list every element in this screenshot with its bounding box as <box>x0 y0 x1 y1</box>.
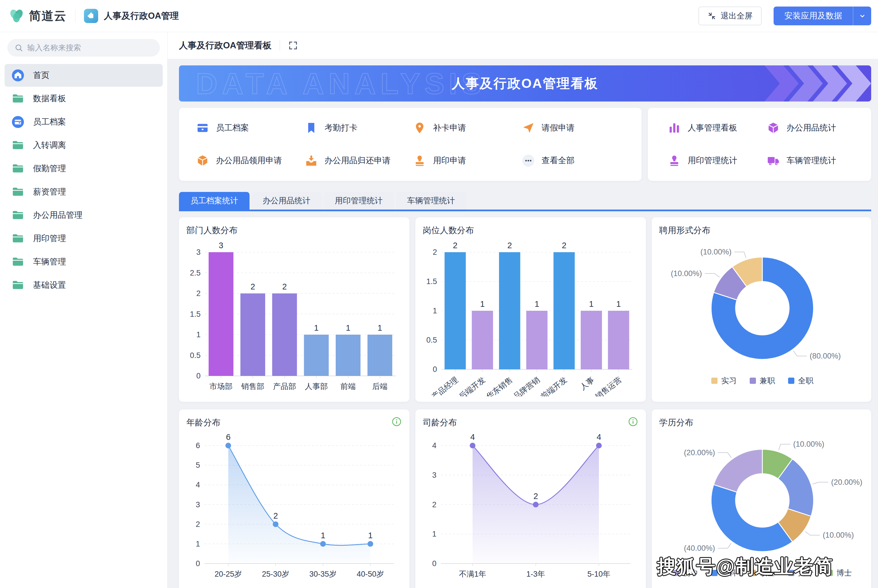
sidebar-item[interactable]: 办公用品管理 <box>5 204 163 226</box>
sidebar-search[interactable] <box>8 39 160 57</box>
fullscreen-expand-button[interactable] <box>288 40 298 51</box>
sidebar-item[interactable]: 基础设置 <box>5 274 163 297</box>
exit-fullscreen-label: 退出全屏 <box>721 10 753 21</box>
sidebar-item-label: 薪资管理 <box>33 186 66 198</box>
tab[interactable]: 车辆管理统计 <box>396 192 466 210</box>
legend-swatch <box>788 570 794 576</box>
clover-logo-icon <box>9 8 24 24</box>
info-icon[interactable] <box>392 417 401 428</box>
quick-link[interactable]: 用印申请 <box>413 154 522 167</box>
svg-text:品牌营销: 品牌营销 <box>512 375 541 396</box>
chart-card: 司龄分布 01234不满1年41-3年25-10年4 <box>415 410 646 588</box>
svg-text:3: 3 <box>196 248 201 256</box>
quick-link[interactable]: 办公用品归还申请 <box>305 154 413 167</box>
app-title: 人事及行政OA管理 <box>104 10 179 22</box>
exit-fullscreen-button[interactable]: 退出全屏 <box>699 6 762 25</box>
chart-title: 学历分布 <box>659 417 866 429</box>
svg-text:(20.00%): (20.00%) <box>684 448 715 457</box>
sidebar-item[interactable]: 入转调离 <box>5 134 163 157</box>
chart-card: 年龄分布 012345620-25岁625-30岁230-35岁140-50岁1 <box>179 410 409 588</box>
svg-text:6: 6 <box>196 441 200 450</box>
legend-item[interactable]: 兼职 <box>750 376 775 386</box>
svg-text:1: 1 <box>314 323 319 332</box>
legend-item[interactable]: 全职 <box>788 376 813 386</box>
sidebar-item[interactable]: 数据看板 <box>5 87 163 110</box>
legend-item[interactable]: 本科 <box>711 568 737 578</box>
tab[interactable]: 办公用品统计 <box>251 192 322 210</box>
tab[interactable]: 员工档案统计 <box>179 192 250 210</box>
quick-link[interactable]: 请假申请 <box>522 122 630 135</box>
brand-name: 简道云 <box>29 8 66 24</box>
svg-text:1: 1 <box>432 530 436 538</box>
svg-text:1: 1 <box>616 299 621 309</box>
quick-link[interactable]: 考勤打卡 <box>305 122 413 135</box>
box-icon <box>196 154 209 167</box>
svg-text:5: 5 <box>196 461 200 470</box>
tabs-underline <box>179 210 871 211</box>
sidebar-item-label: 首页 <box>33 70 50 81</box>
legend-item[interactable]: 实习 <box>711 376 737 386</box>
svg-text:1: 1 <box>377 323 382 332</box>
home-icon <box>11 69 24 82</box>
info-icon[interactable] <box>628 417 638 428</box>
legend-item[interactable]: 大专 <box>788 568 813 578</box>
stat-link[interactable]: 办公用品统计 <box>767 122 866 135</box>
quick-link-label: 用印申请 <box>433 155 466 166</box>
svg-text:20-25岁: 20-25岁 <box>215 570 242 578</box>
svg-text:1: 1 <box>368 531 373 540</box>
quick-link[interactable]: 查看全部 <box>522 154 630 167</box>
install-app-label: 安装应用及数据 <box>774 6 853 25</box>
bar-chart-svg: 00.511.522产品经理1后端开发2华东销售1品牌营销2前端开发1人事1销售… <box>423 238 640 396</box>
chart-title: 聘用形式分布 <box>659 225 866 236</box>
inbox-icon <box>305 154 318 167</box>
sidebar-item[interactable]: 用印管理 <box>5 227 163 250</box>
svg-text:人事: 人事 <box>579 375 596 392</box>
svg-text:1.5: 1.5 <box>426 277 437 286</box>
stat-links-card: 人事管理看板 办公用品统计 用印管理统计 车辆管理统计 <box>648 108 871 181</box>
sidebar-item[interactable]: 车辆管理 <box>5 250 163 273</box>
brand-logo[interactable]: 简道云 <box>9 8 66 24</box>
more-icon <box>522 154 535 167</box>
svg-text:(10.00%): (10.00%) <box>671 269 702 278</box>
stat-link[interactable]: 人事管理看板 <box>668 122 767 135</box>
bar-chart-svg: 00.511.522.533市场部2销售部2产品部1人事部1前端1后端 <box>186 238 404 396</box>
stat-tabs: 员工档案统计办公用品统计用印管理统计车辆管理统计 <box>179 192 871 210</box>
quick-link-label: 员工档案 <box>216 122 249 134</box>
quick-link-label: 考勤打卡 <box>325 122 358 134</box>
chart-card: 学历分布(10.00%)(20.00%)(10.00%)(40.00%)(20.… <box>652 410 871 588</box>
sidebar-item[interactable]: 首页 <box>5 64 163 87</box>
legend-item[interactable]: 硕士 <box>750 568 775 578</box>
sidebar-item[interactable]: 假勤管理 <box>5 157 163 180</box>
quick-link[interactable]: 员工档案 <box>196 122 305 135</box>
legend-item[interactable]: 初中 <box>673 568 698 578</box>
sidebar-item-label: 入转调离 <box>33 140 66 151</box>
tab[interactable]: 用印管理统计 <box>323 192 394 210</box>
expand-icon <box>288 40 298 51</box>
sidebar-item[interactable]: 员工档案 <box>5 111 163 134</box>
stat-link[interactable]: 用印管理统计 <box>668 154 767 167</box>
install-dropdown-button[interactable] <box>853 6 871 25</box>
chart-card: 聘用形式分布(80.00%)(10.00%)(10.00%) 实习 兼职 全职 <box>652 217 871 402</box>
stat-link-label: 办公用品统计 <box>787 122 836 134</box>
folder-icon <box>11 279 24 292</box>
search-input[interactable] <box>27 44 153 52</box>
svg-text:2: 2 <box>562 241 567 250</box>
quick-link[interactable]: 补卡申请 <box>413 122 522 135</box>
svg-text:4: 4 <box>470 432 475 442</box>
stat-link[interactable]: 车辆管理统计 <box>767 154 866 167</box>
svg-text:不满1年: 不满1年 <box>459 570 486 578</box>
legend-item[interactable]: 博士 <box>827 568 852 578</box>
card-icon <box>196 122 209 135</box>
sidebar-item-label: 基础设置 <box>33 279 66 291</box>
stat-link-label: 用印管理统计 <box>688 155 737 166</box>
quick-links-card: 员工档案 考勤打卡 补卡申请 请假申请 办公用品领用申请 办公用品归还申请 用印… <box>179 108 642 181</box>
svg-text:1: 1 <box>535 299 539 309</box>
legend-label: 兼职 <box>760 376 775 386</box>
svg-text:市场部: 市场部 <box>209 382 233 391</box>
compress-icon <box>708 12 716 20</box>
install-app-button[interactable]: 安装应用及数据 <box>774 6 871 25</box>
svg-text:1: 1 <box>321 531 325 540</box>
svg-text:人事部: 人事部 <box>305 382 328 391</box>
sidebar-item[interactable]: 薪资管理 <box>5 180 163 203</box>
quick-link[interactable]: 办公用品领用申请 <box>196 154 305 167</box>
